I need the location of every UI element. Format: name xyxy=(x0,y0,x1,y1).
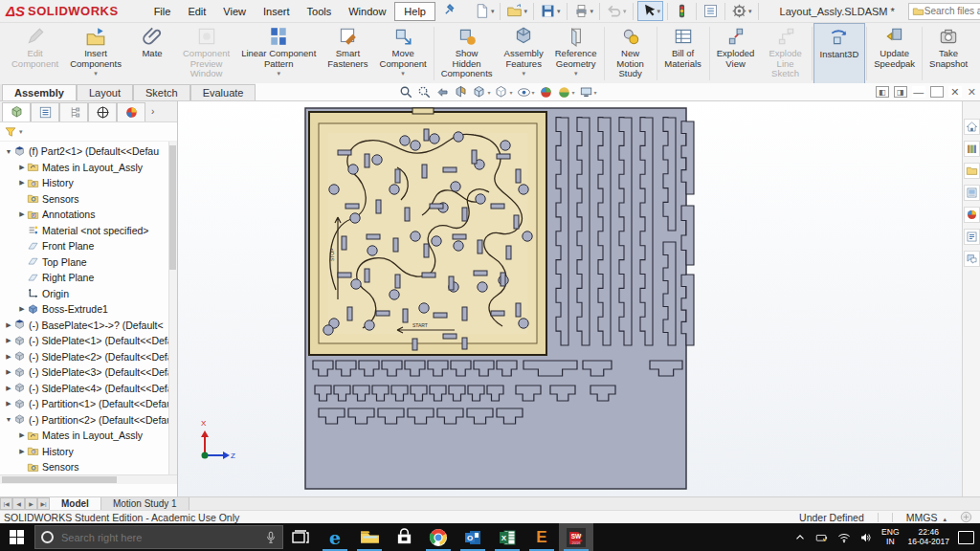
tree-item[interactable]: ▶History xyxy=(0,444,177,460)
tree-item[interactable]: ▶(-) SldePlate<1> (Default<<Defaul xyxy=(0,333,177,349)
taskbar-chrome-icon[interactable] xyxy=(421,523,456,551)
clock[interactable]: 22:4616-04-2017 xyxy=(908,528,949,546)
tray-expand-icon[interactable] xyxy=(793,531,807,544)
tree-item[interactable]: ▶Mates in Layout_Assly xyxy=(0,160,177,176)
volume-icon[interactable] xyxy=(859,531,873,544)
taskbar-excel-icon[interactable]: X xyxy=(490,523,524,551)
file-properties-button[interactable] xyxy=(701,2,721,20)
tree-expanded-icon[interactable]: ▼ xyxy=(4,148,13,155)
task-pane-close-icon[interactable]: ✕ xyxy=(968,86,976,99)
menu-view[interactable]: View xyxy=(214,3,255,20)
save-document-button[interactable]: ▾ xyxy=(538,2,563,20)
tree-item[interactable]: Top Plane xyxy=(0,254,177,271)
section-view-button[interactable] xyxy=(454,85,468,99)
zoom-to-fit-button[interactable] xyxy=(399,85,413,99)
assembly-model[interactable]: STOPSTARTXZ xyxy=(178,101,962,496)
tab-first-icon[interactable]: |◀ xyxy=(0,497,12,510)
tree-item[interactable]: Sensors xyxy=(0,459,177,474)
view-orientation-cube-button[interactable]: ▾ xyxy=(472,85,490,99)
taskbar-store-icon[interactable] xyxy=(387,523,421,551)
dropdown-caret-icon[interactable]: ▾ xyxy=(491,8,495,15)
tree-item[interactable]: ▶History xyxy=(0,175,177,191)
tree-item[interactable]: Material <not specified> xyxy=(0,223,177,239)
options-gear-button[interactable]: ▾ xyxy=(729,2,754,20)
tree-collapsed-icon[interactable]: ▶ xyxy=(4,353,13,361)
assembly-features-button[interactable]: AssemblyFeatures▾ xyxy=(499,23,549,84)
previous-view-button[interactable] xyxy=(435,85,450,99)
move-component-button[interactable]: MoveComponent▾ xyxy=(374,23,433,84)
quick-tips-icon[interactable] xyxy=(960,511,972,523)
select-cursor-button[interactable]: ▾ xyxy=(637,1,664,21)
exploded-view-button[interactable]: ExplodedView xyxy=(711,23,761,84)
tree-collapsed-icon[interactable]: ▶ xyxy=(17,448,27,455)
microphone-icon[interactable] xyxy=(265,531,277,544)
insert-components-button[interactable]: InsertComponents▾ xyxy=(64,23,127,84)
language-indicator[interactable]: ENGIN xyxy=(881,528,899,546)
menu-edit[interactable]: Edit xyxy=(179,3,214,20)
tree-item[interactable]: ▼(f) Part2<1> (Default<<Defau xyxy=(0,143,177,160)
apply-scene-button[interactable]: ▾ xyxy=(557,85,575,99)
menu-file[interactable]: File xyxy=(145,3,180,20)
tree-collapsed-icon[interactable]: ▶ xyxy=(17,179,27,187)
tab-next-icon[interactable]: ▶ xyxy=(25,497,37,510)
file-search-box[interactable]: ▾ xyxy=(908,3,980,20)
tree-item[interactable]: ▶Annotations xyxy=(0,207,177,223)
doc-minimize-button[interactable]: — xyxy=(912,86,925,98)
taskbar-outlook-icon[interactable]: O xyxy=(456,523,490,551)
component-preview-window-button[interactable]: ComponentPreviewWindow xyxy=(177,23,235,84)
graphics-viewport[interactable]: STOPSTARTXZ xyxy=(178,101,962,496)
battery-icon[interactable] xyxy=(815,531,829,544)
dropdown-caret-icon[interactable]: ▾ xyxy=(590,8,594,15)
dropdown-caret-icon[interactable]: ▾ xyxy=(532,89,535,96)
tree-collapsed-icon[interactable]: ▶ xyxy=(4,321,13,329)
tree-expanded-icon[interactable]: ▼ xyxy=(4,416,13,423)
wifi-icon[interactable] xyxy=(837,531,851,544)
filter-funnel-icon[interactable] xyxy=(4,125,17,139)
dropdown-caret-icon[interactable]: ▾ xyxy=(557,8,561,15)
tree-item[interactable]: ▶(-) Partition<1> (Default<<Default xyxy=(0,396,177,412)
pin-icon[interactable] xyxy=(443,3,457,20)
display-style-button[interactable]: ▾ xyxy=(494,85,512,99)
panel-tab-display-manager[interactable] xyxy=(117,102,145,121)
tab-evaluate[interactable]: Evaluate xyxy=(190,84,256,100)
explode-line-sketch-button[interactable]: ExplodeLineSketch xyxy=(761,23,811,84)
dropdown-caret-icon[interactable]: ▾ xyxy=(594,89,597,96)
tree-collapsed-icon[interactable]: ▶ xyxy=(17,305,27,313)
tree-collapsed-icon[interactable]: ▶ xyxy=(17,431,27,439)
tree-collapsed-icon[interactable]: ▶ xyxy=(4,400,13,408)
taskbar-file-explorer-icon[interactable] xyxy=(352,523,387,551)
dropdown-caret-icon[interactable]: ▾ xyxy=(572,89,575,96)
filter-caret-icon[interactable]: ▾ xyxy=(19,128,23,136)
tree-item[interactable]: Front Plane xyxy=(0,238,177,254)
taskbar-search-input[interactable] xyxy=(61,532,243,543)
tree-item[interactable]: ▶(-) SldePlate<3> (Default<<Defaul xyxy=(0,364,177,381)
search-input[interactable] xyxy=(924,6,980,16)
doc-tab-motion-study-1[interactable]: Motion Study 1 xyxy=(101,497,189,510)
tree-vertical-scrollbar[interactable] xyxy=(168,142,177,474)
menu-window[interactable]: Window xyxy=(340,3,394,20)
tree-horizontal-scrollbar[interactable] xyxy=(0,474,177,484)
tree-collapsed-icon[interactable]: ▶ xyxy=(17,210,27,218)
doc-tab-model[interactable]: Model xyxy=(50,497,101,510)
hide-show-items-button[interactable]: ▾ xyxy=(517,85,535,99)
task-pane-file-explorer-button[interactable] xyxy=(964,163,980,179)
panel-tabs-overflow-icon[interactable]: › xyxy=(151,106,154,117)
menu-tools[interactable]: Tools xyxy=(299,3,341,20)
tree-filter-row[interactable]: ▾ xyxy=(0,122,177,142)
split-pane-right-icon[interactable]: ◨ xyxy=(894,86,907,98)
task-pane-design-library-button[interactable] xyxy=(964,141,980,157)
mate-button[interactable]: Mate xyxy=(127,23,177,84)
tab-sketch[interactable]: Sketch xyxy=(133,84,190,100)
start-button[interactable] xyxy=(0,523,33,551)
units-selector[interactable]: MMGS▴ xyxy=(906,512,947,523)
taskbar-solidworks-2016-icon[interactable]: SW2016 xyxy=(559,523,593,551)
reference-geometry-button[interactable]: ReferenceGeometry▾ xyxy=(549,23,603,84)
linear-component-pattern-button[interactable]: Linear ComponentPattern▾ xyxy=(235,23,322,84)
tree-collapsed-icon[interactable]: ▶ xyxy=(4,368,13,376)
new-document-button[interactable]: ▾ xyxy=(472,2,497,20)
split-pane-left-icon[interactable]: ◧ xyxy=(876,86,889,98)
taskbar-edge-icon[interactable]: e xyxy=(318,523,352,551)
cortana-search-box[interactable] xyxy=(34,525,283,549)
dropdown-caret-icon[interactable]: ▾ xyxy=(277,70,280,77)
tab-layout[interactable]: Layout xyxy=(77,84,133,100)
